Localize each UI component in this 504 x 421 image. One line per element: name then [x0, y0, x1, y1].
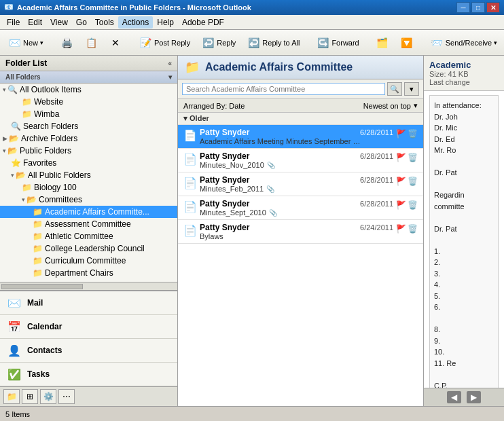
- folder-public-folders[interactable]: ▾ 📂 Public Folders: [0, 145, 177, 157]
- minimize-button[interactable]: ─: [456, 2, 470, 13]
- flag-icon[interactable]: 🚩: [396, 177, 406, 186]
- menu-go[interactable]: Go: [72, 16, 91, 29]
- nav-folder-btn[interactable]: 📁: [3, 389, 20, 404]
- flag-icon[interactable]: 🚩: [396, 153, 406, 162]
- folder-academic-affairs-committee[interactable]: 📁 Academic Affairs Committe...: [0, 206, 177, 218]
- folder-athletic-committee[interactable]: 📁 Athletic Committee: [0, 230, 177, 242]
- reply-button[interactable]: ↩️ Reply: [196, 33, 240, 52]
- folder-all-public-folders[interactable]: ▾ 📂 All Public Folders: [0, 169, 177, 181]
- contacts-icon: 👤: [7, 343, 22, 358]
- search-input[interactable]: [182, 83, 385, 95]
- expand-icon: ▾: [3, 86, 6, 93]
- delete-button[interactable]: ✕: [104, 33, 127, 52]
- menu-help[interactable]: Help: [153, 16, 178, 29]
- search-dropdown-button[interactable]: ▾: [404, 82, 419, 96]
- search-button[interactable]: 🔍: [387, 82, 402, 96]
- flag-icon[interactable]: 🚩: [396, 129, 406, 139]
- nav-tasks[interactable]: ✅ Tasks: [0, 363, 177, 386]
- message-content-0: Patty Snyder 6/28/2011 Academic Affairs …: [200, 128, 393, 145]
- menu-tools[interactable]: Tools: [91, 16, 118, 29]
- folder-label: Curriculum Committee: [45, 256, 126, 266]
- delete-icon[interactable]: 🗑️: [408, 177, 418, 186]
- menu-actions[interactable]: Actions: [118, 16, 153, 29]
- folder-list: ▾ 🔍 All Outlook Items 📁 Website 📁 Wimba …: [0, 84, 177, 282]
- delete-icon[interactable]: 🗑️: [408, 224, 418, 234]
- preview-prev-button[interactable]: ◀: [447, 391, 461, 403]
- folder-label: Academic Affairs Committe...: [45, 207, 149, 217]
- new-button[interactable]: ✉️ New ▾: [3, 33, 48, 52]
- delete-icon[interactable]: 🗑️: [408, 129, 418, 139]
- folder-archive-folders[interactable]: ▶ 📂 Archive Folders: [0, 132, 177, 145]
- move-button[interactable]: 📋: [79, 33, 103, 52]
- menu-file[interactable]: File: [3, 16, 24, 29]
- folder-assessment-committee[interactable]: 📁 Assessment Committee: [0, 218, 177, 230]
- folder-department-chairs[interactable]: 📁 Department Chairs: [0, 267, 177, 279]
- send-receive-dropdown-arrow[interactable]: ▾: [494, 39, 497, 46]
- folder-label: Public Folders: [20, 146, 71, 155]
- message-item-1[interactable]: 📄 Patty Snyder 6/28/2011 Minutes_Nov_201…: [178, 149, 423, 172]
- folder-icon: 📁: [22, 97, 32, 107]
- menu-edit[interactable]: Edit: [24, 16, 46, 29]
- folder-website[interactable]: 📁 Website: [0, 96, 177, 108]
- send-receive-button[interactable]: 📨 Send/Receive ▾: [425, 33, 503, 52]
- message-sender-4: Patty Snyder: [200, 223, 249, 232]
- sort-label: Arranged By: Date: [183, 102, 245, 110]
- folder-curriculum-committee[interactable]: 📁 Curriculum Committee: [0, 255, 177, 267]
- preview-next-button[interactable]: ▶: [467, 391, 481, 403]
- menu-adobe[interactable]: Adobe PDF: [178, 16, 228, 29]
- folder-wimba[interactable]: 📁 Wimba: [0, 108, 177, 120]
- folder-search-folders[interactable]: 🔍 Search Folders: [0, 120, 177, 132]
- delete-icon[interactable]: 🗑️: [408, 200, 418, 210]
- nav-more-btn[interactable]: ⋯: [58, 389, 75, 404]
- folder-favorites[interactable]: ⭐ Favorites: [0, 157, 177, 169]
- folder-college-leadership-council[interactable]: 📁 College Leadership Council: [0, 242, 177, 255]
- nav-config-btn[interactable]: ⚙️: [40, 389, 56, 404]
- nav-panel: ✉️ Mail 📅 Calendar 👤 Contacts ✅ Tasks 📁 …: [0, 290, 177, 406]
- maximize-button[interactable]: □: [471, 2, 485, 13]
- attachment-icon-1: 📎: [267, 162, 275, 169]
- all-folders-toggle[interactable]: ▾: [168, 73, 172, 81]
- sort-dropdown-arrow[interactable]: ▾: [414, 101, 418, 110]
- flag-icon[interactable]: 🚩: [396, 200, 406, 210]
- message-item-0[interactable]: 📄 Patty Snyder 6/28/2011 Academic Affair…: [178, 125, 423, 149]
- new-dropdown-arrow[interactable]: ▾: [40, 39, 43, 46]
- folder-label: Archive Folders: [21, 134, 77, 143]
- nav-contacts[interactable]: 👤 Contacts: [0, 339, 177, 363]
- folder-biology-100[interactable]: 📁 Biology 100: [0, 181, 177, 194]
- delete-icon[interactable]: 🗑️: [408, 153, 418, 162]
- folder-view-button[interactable]: 🗂️: [371, 33, 394, 52]
- message-content-3: Patty Snyder 6/28/2011 Minutes_Sept_2010…: [200, 199, 393, 217]
- post-reply-button[interactable]: 📝 Post Reply: [134, 33, 195, 52]
- expand-icon: ▶: [3, 135, 7, 142]
- message-actions-0: 🚩 🗑️: [396, 128, 418, 139]
- nav-mail[interactable]: ✉️ Mail: [0, 291, 177, 315]
- folder-label: Athletic Committee: [45, 232, 113, 241]
- message-sender-0: Patty Snyder: [200, 128, 249, 137]
- folder-icon: 📁: [33, 219, 43, 229]
- folder-collapse-button[interactable]: «: [168, 60, 172, 67]
- folder-icon: 📁: [33, 256, 43, 266]
- print-button[interactable]: 🖨️: [55, 33, 78, 52]
- message-subject-2: Minutes_Feb_2011: [200, 185, 264, 193]
- menu-view[interactable]: View: [46, 16, 72, 29]
- title-bar: 📧 Academic Affairs Committee in Public F…: [0, 0, 504, 15]
- preview-body: In attendance: Dr. Joh Dr. Mic Dr. Ed Mr…: [424, 91, 504, 388]
- nav-mail-label: Mail: [27, 298, 43, 308]
- message-subject-3: Minutes_Sept_2010: [200, 208, 266, 217]
- message-item-2[interactable]: 📄 Patty Snyder 6/28/2011 Minutes_Feb_201…: [178, 172, 423, 196]
- folder-committees[interactable]: ▾ 📂 Committees: [0, 194, 177, 206]
- folder-scrollbar-h[interactable]: [0, 282, 177, 290]
- message-item-4[interactable]: 📄 Patty Snyder 6/24/2011 Bylaws 🚩 🗑️: [178, 220, 423, 244]
- nav-calendar[interactable]: 📅 Calendar: [0, 315, 177, 339]
- close-button[interactable]: ✕: [486, 2, 500, 13]
- message-item-3[interactable]: 📄 Patty Snyder 6/28/2011 Minutes_Sept_20…: [178, 196, 423, 220]
- nav-icons-btn[interactable]: ⊞: [22, 389, 38, 404]
- message-sender-2: Patty Snyder: [200, 175, 249, 185]
- reply-all-button[interactable]: ↩️ Reply to All: [242, 33, 304, 52]
- folder-label: All Public Folders: [28, 170, 91, 180]
- filter-button[interactable]: 🔽: [395, 33, 418, 52]
- flag-icon[interactable]: 🚩: [396, 224, 406, 234]
- folder-all-outlook-items[interactable]: ▾ 🔍 All Outlook Items: [0, 84, 177, 96]
- forward-button[interactable]: ↪️ Forward: [311, 33, 363, 52]
- all-folders-header: All Folders ▾: [0, 71, 177, 84]
